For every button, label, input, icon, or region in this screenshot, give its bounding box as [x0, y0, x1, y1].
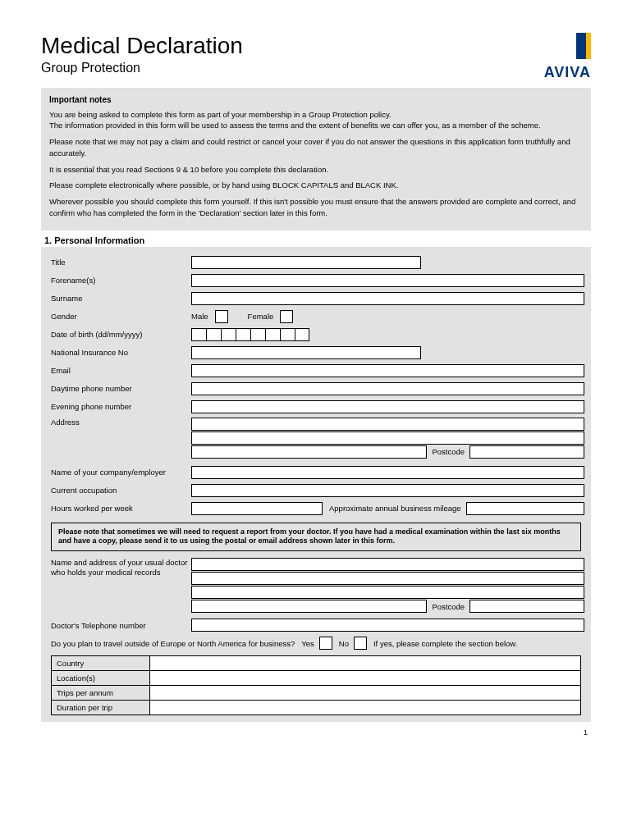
company-input[interactable] — [191, 466, 584, 479]
dob-label: Date of birth (dd/mm/yyyy) — [48, 330, 191, 339]
section-1-title: 1. Personal Information — [44, 235, 591, 245]
doctor-line1[interactable] — [191, 558, 584, 571]
aviva-logo: AVIVA — [544, 33, 591, 81]
evephone-label: Evening phone number — [48, 402, 191, 411]
male-checkbox[interactable] — [215, 310, 228, 323]
page-number: 1 — [41, 728, 591, 737]
gender-label: Gender — [48, 312, 191, 321]
locations-input[interactable] — [150, 671, 580, 685]
occupation-label: Current occupation — [48, 486, 191, 495]
travel-yes-checkbox[interactable] — [319, 637, 332, 650]
doctor-line3[interactable] — [191, 586, 584, 599]
female-checkbox[interactable] — [280, 310, 293, 323]
trips-input[interactable] — [150, 686, 580, 700]
occupation-input[interactable] — [191, 484, 584, 497]
hours-label: Hours worked per week — [48, 504, 191, 513]
doctor-line4[interactable] — [191, 600, 427, 613]
ni-label: National Insurance No — [48, 348, 191, 357]
email-label: Email — [48, 366, 191, 375]
dayphone-label: Daytime phone number — [48, 384, 191, 393]
surname-label: Surname — [48, 294, 191, 303]
address-label: Address — [48, 418, 191, 427]
travel-question: Do you plan to travel outside of Europe … — [48, 639, 295, 648]
travel-ifyes: If yes, please complete the section belo… — [373, 639, 517, 648]
address-line3[interactable] — [191, 445, 427, 459]
logo-text: AVIVA — [544, 64, 591, 81]
postcode-input[interactable] — [469, 445, 584, 459]
company-label: Name of your company/employer — [48, 468, 191, 477]
email-input[interactable] — [191, 364, 584, 377]
ni-input[interactable] — [191, 346, 421, 359]
mileage-input[interactable] — [466, 502, 584, 515]
travel-table: Country Location(s) Trips per annum Dura… — [51, 655, 581, 715]
forenames-label: Forename(s) — [48, 276, 191, 285]
doctor-phone-label: Doctor's Telephone number — [48, 621, 191, 630]
logo-icon — [576, 33, 591, 59]
doc-subtitle: Group Protection — [41, 61, 243, 75]
doctor-line2[interactable] — [191, 572, 584, 585]
dob-input[interactable] — [191, 328, 309, 341]
doctor-note: Please note that sometimes we will need … — [51, 523, 581, 551]
page-header: Medical Declaration Group Protection AVI… — [41, 33, 591, 81]
travel-no-checkbox[interactable] — [354, 637, 367, 650]
surname-input[interactable] — [191, 292, 584, 305]
important-notes: Important notes You are being asked to c… — [41, 88, 591, 231]
address-line2[interactable] — [191, 431, 584, 445]
personal-info-form: Title Forename(s) Surname Gender Male Fe… — [41, 247, 591, 722]
title-input[interactable] — [191, 256, 421, 269]
doctor-phone-input[interactable] — [191, 619, 584, 632]
duration-input[interactable] — [150, 701, 580, 714]
doctor-postcode-input[interactable] — [469, 600, 584, 613]
dayphone-input[interactable] — [191, 382, 584, 395]
address-line1[interactable] — [191, 418, 584, 431]
country-input[interactable] — [150, 656, 580, 670]
doctor-addr-label: Name and address of your usual doctor wh… — [48, 558, 191, 578]
evephone-input[interactable] — [191, 400, 584, 413]
doc-title: Medical Declaration — [41, 33, 243, 59]
notes-heading: Important notes — [49, 94, 583, 107]
hours-input[interactable] — [191, 502, 323, 515]
forenames-input[interactable] — [191, 274, 584, 287]
title-label: Title — [48, 258, 191, 267]
